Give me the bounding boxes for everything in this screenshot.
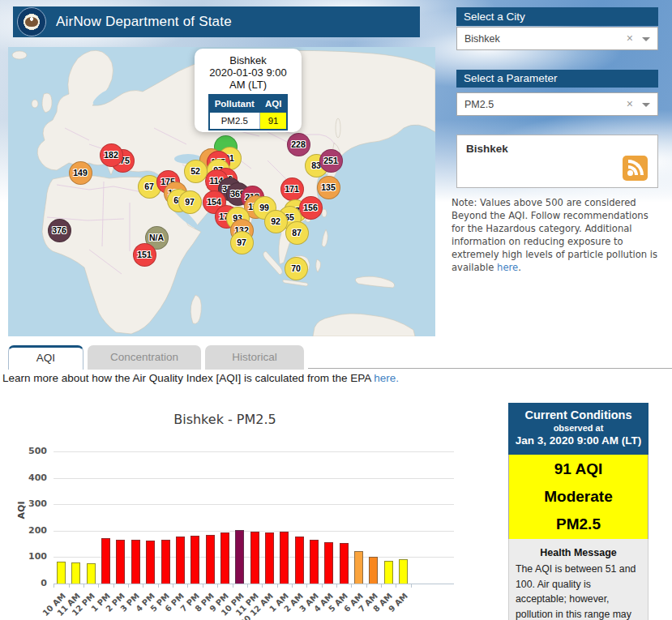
chart-x-tick — [381, 584, 382, 588]
chart-bar[interactable] — [87, 563, 96, 584]
parameter-combobox[interactable]: PM2.5 × — [456, 92, 658, 116]
eagle-icon — [25, 17, 38, 27]
aqi-map-marker[interactable]: 149 — [69, 161, 92, 185]
chart-bar[interactable] — [399, 559, 408, 584]
chart-x-tick — [233, 584, 233, 588]
current-conditions-title: Current Conditions — [508, 408, 648, 421]
aqi-map-marker[interactable]: 251 — [319, 149, 343, 173]
chart-x-tick — [69, 584, 70, 588]
chart-x-tick — [143, 584, 143, 588]
chart-bar[interactable] — [354, 551, 363, 584]
popup-col-pollutant: Pollutant — [209, 95, 260, 113]
popup-col-aqi: AQI — [259, 95, 287, 113]
chart-bar[interactable] — [250, 532, 259, 584]
aqi-map-marker[interactable]: 92 — [264, 210, 288, 233]
aqi-map-marker[interactable]: 376 — [48, 219, 71, 242]
chart-bar[interactable] — [206, 535, 215, 584]
city-clear-icon[interactable]: × — [627, 32, 633, 45]
learn-more-text: Learn more about how the Air Quality Ind… — [2, 372, 473, 384]
note-here-link[interactable]: here — [497, 262, 518, 273]
select-parameter-header: Select a Parameter — [456, 70, 658, 88]
aqi-category: Moderate — [509, 483, 648, 511]
chart-bar[interactable] — [384, 561, 393, 584]
feed-city-label: Bishkek — [466, 143, 508, 155]
chart-bar[interactable] — [57, 562, 66, 584]
chart-bar[interactable] — [71, 562, 80, 584]
tab-aqi[interactable]: AQI — [8, 345, 83, 370]
chart-bar[interactable] — [116, 540, 125, 584]
chart-bar[interactable] — [369, 557, 378, 584]
chart-y-tick-label: 200 — [23, 525, 47, 536]
popup-aqi-value: 91 — [259, 113, 287, 130]
chart-bar[interactable] — [280, 532, 289, 584]
chart-bar[interactable] — [340, 543, 349, 584]
chart-bar[interactable] — [176, 537, 185, 584]
chart-bar[interactable] — [220, 532, 229, 584]
chart-x-tick — [366, 584, 367, 588]
chart-y-tick-label: 100 — [23, 551, 47, 562]
chart-bar[interactable] — [265, 532, 274, 584]
chart-x-tick — [54, 584, 54, 588]
city-chevron-down-icon[interactable] — [642, 37, 650, 41]
health-message-panel: Health Message The AQI is between 51 and… — [508, 539, 648, 620]
tab-historical[interactable]: Historical — [205, 345, 304, 370]
chart-bar[interactable] — [235, 530, 244, 584]
chart-bar[interactable] — [146, 541, 155, 584]
aqi-map-marker[interactable]: 182 — [100, 143, 123, 167]
chart-bar[interactable] — [295, 537, 304, 584]
aqi-map-marker[interactable]: 70 — [285, 257, 308, 280]
beyond-aqi-note: Note: Values above 500 are considered Be… — [452, 196, 664, 274]
chart-bar[interactable] — [161, 540, 170, 584]
rss-icon[interactable] — [623, 156, 648, 181]
world-aqi-map[interactable]: 5214917518291145971461143133696717510168… — [8, 47, 435, 336]
health-message-text: The AQI is between 51 and 100. Air quali… — [509, 558, 648, 620]
popup-city: Bishkek — [195, 54, 302, 66]
health-message-title: Health Message — [509, 547, 648, 558]
aqi-map-marker[interactable]: 87 — [285, 221, 309, 245]
parameter-chevron-down-icon[interactable] — [642, 103, 650, 107]
chart-x-tick — [98, 584, 99, 588]
chart-x-tick — [158, 584, 159, 588]
chart-x-tick — [187, 584, 188, 588]
chart-x-tick — [203, 584, 203, 588]
chart-y-tick-label: 300 — [23, 498, 47, 509]
aqi-status-badge: 91 AQI Moderate PM2.5 — [508, 455, 648, 539]
chart-x-tick — [277, 584, 278, 588]
chart-gridline — [54, 504, 454, 505]
city-combobox-value: Bishkek — [464, 33, 500, 45]
aqi-map-marker[interactable]: 97 — [178, 190, 202, 214]
observed-datetime: Jan 3, 2020 9:00 AM (LT) — [508, 434, 648, 447]
chart-y-tick-label: 400 — [23, 472, 47, 483]
chart-bar[interactable] — [190, 536, 199, 584]
city-combobox[interactable]: Bishkek × — [456, 27, 658, 50]
chart-x-tick — [247, 584, 248, 588]
page-title: AirNow Department of State — [56, 14, 232, 30]
learn-here-link[interactable]: here. — [374, 372, 399, 384]
chart-x-tick — [322, 584, 323, 588]
parameter-combobox-value: PM2.5 — [464, 99, 494, 110]
chart-bar[interactable] — [101, 538, 110, 584]
aqi-bar-chart: Bishkek - PM2.5 AQI 010020030040050010 A… — [0, 401, 507, 620]
chart-x-tick — [83, 584, 84, 588]
popup-table: Pollutant AQI PM2.5 91 — [208, 94, 289, 130]
chart-x-tick — [336, 584, 337, 588]
aqi-map-marker[interactable]: 151 — [133, 243, 156, 267]
chart-x-tick — [173, 584, 173, 588]
aqi-map-marker[interactable]: 52 — [184, 160, 208, 183]
chart-bar[interactable] — [131, 540, 140, 584]
aqi-map-marker[interactable]: 97 — [230, 231, 254, 254]
tab-concentration[interactable]: Concentration — [88, 345, 201, 370]
aqi-map-marker[interactable]: 228 — [287, 133, 310, 156]
parameter-clear-icon[interactable]: × — [627, 97, 633, 110]
aqi-map-marker[interactable]: 135 — [317, 176, 340, 199]
aqi-map-marker[interactable]: 156 — [299, 196, 323, 220]
chart-x-tick — [411, 584, 412, 588]
chart-x-tick — [217, 584, 218, 588]
aqi-map-marker[interactable]: 171 — [280, 177, 304, 201]
chart-x-tick — [262, 584, 263, 588]
airnow-page: AirNow Department of State — [0, 0, 672, 620]
observed-at-label: observed at — [508, 423, 648, 433]
popup-pollutant-value: PM2.5 — [209, 113, 260, 130]
chart-bar[interactable] — [324, 542, 333, 584]
chart-bar[interactable] — [310, 540, 319, 584]
